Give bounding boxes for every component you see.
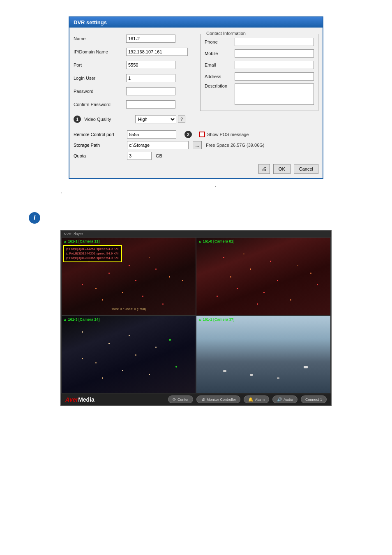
address-row: Address xyxy=(205,72,314,81)
audio-label: Audio xyxy=(284,398,293,402)
pos-overlay: lp:Frd;B[3]01244251;speed:94.9 KM; lp:Fr… xyxy=(63,245,122,262)
camera-header-text: NVR Player xyxy=(64,232,83,236)
show-pos-checkbox[interactable] xyxy=(199,132,205,137)
address-input[interactable] xyxy=(235,72,314,81)
center-button[interactable]: ⟳ Center xyxy=(168,395,193,403)
ok-button[interactable]: OK xyxy=(273,164,291,174)
alarm-button[interactable]: 🔔 Alarm xyxy=(244,395,269,403)
email-row: Email xyxy=(205,60,314,69)
login-row: Login User xyxy=(74,73,192,83)
storage-row: Storage Path ... Free Space 26.57G (39.0… xyxy=(74,141,318,149)
name-input[interactable] xyxy=(126,35,175,43)
remote-port-row: Remote Control port 2 Show POS message xyxy=(74,130,318,139)
phone-row: Phone xyxy=(205,37,314,46)
mobile-label: Mobile xyxy=(205,51,231,56)
printer-button[interactable]: 🖨 xyxy=(258,164,270,174)
connect-label: Connect 1 xyxy=(305,398,322,402)
alarm-icon: 🔔 xyxy=(248,397,253,402)
audio-icon: 🔊 xyxy=(277,397,282,402)
section-divider xyxy=(25,207,367,207)
dvr-right-contact: Contact Information Phone Mobile Email xyxy=(200,34,318,124)
help-button[interactable]: ? xyxy=(178,116,185,123)
annotation-area: ' ' xyxy=(25,185,367,197)
info-section: i xyxy=(25,211,367,224)
monitor-button[interactable]: 🖥 Monitor Controller xyxy=(196,395,241,403)
camera-container: NVR Player xyxy=(60,230,332,406)
email-input[interactable] xyxy=(235,61,314,69)
free-space-text: Free Space 26.57G (39.06G) xyxy=(206,143,264,148)
pos-line-1: lp:Frd;B[3]01244251;speed:94.9 KM; xyxy=(66,247,120,251)
address-label: Address xyxy=(205,74,231,79)
mobile-input[interactable] xyxy=(235,49,314,58)
login-input[interactable] xyxy=(126,74,175,82)
camera-grid: Total: 0 / Used: 0 (Total) ▲ 161-1 [Came… xyxy=(61,237,331,393)
monitor-icon: 🖥 xyxy=(201,397,205,402)
annotation1-row: 1 Video Quality High Medium Low ? xyxy=(74,114,192,124)
quota-unit: GB xyxy=(156,153,162,158)
confirm-password-row: Confirm Password xyxy=(74,99,192,109)
center-label: Center xyxy=(178,398,189,402)
camera-header: NVR Player xyxy=(61,231,331,237)
dvr-settings-dialog: DVR settings Name IP/Domain Name Port Lo xyxy=(69,16,323,179)
dvr-left-form: Name IP/Domain Name Port Login User Pass xyxy=(74,34,192,124)
camera-cell-1[interactable]: Total: 0 / Used: 0 (Total) ▲ 161-1 [Came… xyxy=(61,237,196,315)
description-label: Description xyxy=(205,83,231,88)
email-label: Email xyxy=(205,62,231,67)
name-label: Name xyxy=(74,36,123,41)
camera3-label: ▲ 161-3 [Camera 24] xyxy=(63,317,99,321)
camera2-label: ▲ 161-8 [Camera 81] xyxy=(198,239,234,243)
cancel-button[interactable]: Cancel xyxy=(294,164,318,174)
center-icon: ⟳ xyxy=(173,397,176,402)
annotation1-circle: 1 xyxy=(74,116,81,123)
description-input[interactable] xyxy=(235,83,314,105)
camera4-label: ▲ 161-1 [Camera 37] xyxy=(198,317,234,321)
port-label: Port xyxy=(74,62,123,67)
alarm-label: Alarm xyxy=(255,398,265,402)
annotation-note1: ' xyxy=(58,185,334,190)
connect-button[interactable]: Connect 1 xyxy=(301,395,327,403)
remote-port-input[interactable] xyxy=(127,130,176,139)
phone-input[interactable] xyxy=(235,38,314,46)
quota-input[interactable] xyxy=(127,152,152,160)
contact-section: Contact Information Phone Mobile Email xyxy=(200,34,318,111)
storage-label: Storage Path xyxy=(74,143,123,148)
quota-label: Quota xyxy=(74,153,123,158)
avermedia-logo: AverMedia xyxy=(65,396,95,403)
annotation2-circle: 2 xyxy=(184,131,192,138)
monitor-label: Monitor Controller xyxy=(207,398,236,402)
dialog-buttons-row: 🖨 OK Cancel xyxy=(69,162,323,178)
camera-cell-4[interactable]: ▲ 161-1 [Camera 37] xyxy=(196,315,331,393)
port-row: Port xyxy=(74,60,192,70)
ip-row: IP/Domain Name xyxy=(74,47,192,57)
ip-label: IP/Domain Name xyxy=(74,49,123,54)
info-icon: i xyxy=(29,212,40,224)
confirm-label: Confirm Password xyxy=(74,102,123,107)
pos-line-3: lp:Frd;B[3]04203365;speed:54.9 KM; xyxy=(66,256,120,260)
storage-input[interactable] xyxy=(127,141,189,149)
port-input[interactable] xyxy=(126,61,175,69)
pos-line-2: lp:Frd;B[3]01244251;speed:94.9 KM; xyxy=(66,251,120,256)
camera-footer: AverMedia ⟳ Center 🖥 Monitor Controller … xyxy=(61,393,331,405)
video-quality-row: Video Quality High Medium Low ? xyxy=(84,114,185,124)
password-input[interactable] xyxy=(126,87,175,95)
annotation-note2: ' xyxy=(58,192,334,197)
camera-cell-3[interactable]: ▲ 161-3 [Camera 24] xyxy=(61,315,196,393)
dvr-bottom-section: Remote Control port 2 Show POS message S… xyxy=(69,128,323,162)
camera-bg-4 xyxy=(196,316,330,393)
login-label: Login User xyxy=(74,76,123,81)
camera-bg-2 xyxy=(196,238,330,315)
quota-row: Quota GB xyxy=(74,152,318,160)
camera-cell-2[interactable]: ▲ 161-8 [Camera 81] xyxy=(196,237,331,315)
audio-button[interactable]: 🔊 Audio xyxy=(272,395,297,403)
name-row: Name xyxy=(74,34,192,44)
password-label: Password xyxy=(74,89,123,94)
show-pos-label: Show POS message xyxy=(207,132,249,137)
dialog-title: DVR settings xyxy=(69,17,323,28)
vq-select[interactable]: High Medium Low xyxy=(135,115,176,123)
confirm-input[interactable] xyxy=(126,100,175,109)
browse-button[interactable]: ... xyxy=(193,141,202,149)
footer-buttons: ⟳ Center 🖥 Monitor Controller 🔔 Alarm 🔊 … xyxy=(168,395,327,403)
camera1-bottom-text: Total: 0 / Used: 0 (Total) xyxy=(62,307,196,311)
ip-input[interactable] xyxy=(126,48,188,56)
camera1-label: ▲ 161-1 [Camera 11] xyxy=(63,239,99,243)
